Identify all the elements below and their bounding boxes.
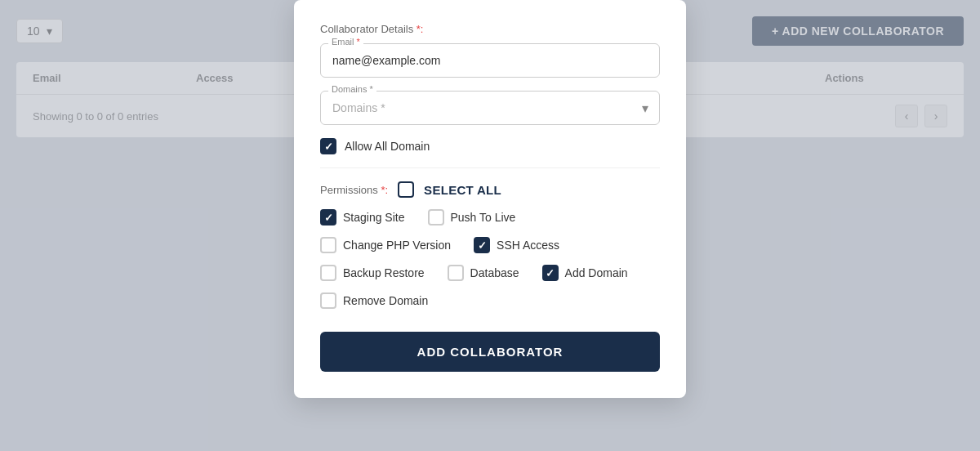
database-label[interactable]: Database: [470, 266, 519, 279]
change-php-label[interactable]: Change PHP Version: [343, 239, 451, 252]
change-php-checkbox[interactable]: [320, 237, 336, 253]
select-all-checkbox[interactable]: [398, 181, 414, 198]
allow-all-domain-label[interactable]: Allow All Domain: [345, 140, 430, 153]
add-domain-checkbox[interactable]: [542, 265, 559, 281]
permissions-row-1: Staging Site Push To Live: [320, 209, 660, 226]
perm-change-php: Change PHP Version: [320, 237, 451, 253]
staging-site-checkbox[interactable]: [320, 209, 336, 226]
permissions-label: Permissions *:: [320, 184, 388, 196]
permissions-header: Permissions *: SELECT ALL: [320, 181, 660, 198]
perm-remove-domain: Remove Domain: [320, 292, 428, 309]
modal-overlay: Collaborator Details *: Email * Domains …: [0, 0, 980, 451]
database-checkbox[interactable]: [448, 265, 464, 281]
domains-select-wrapper: Domains * Domains * ▾: [320, 91, 660, 125]
backup-restore-checkbox[interactable]: [320, 265, 336, 281]
add-collaborator-submit-button[interactable]: ADD COLLABORATOR: [320, 332, 660, 372]
ssh-access-label[interactable]: SSH Access: [497, 239, 559, 252]
perm-database: Database: [448, 265, 519, 281]
staging-site-label[interactable]: Staging Site: [343, 211, 405, 224]
email-input-wrapper: Email *: [320, 43, 660, 78]
push-to-live-checkbox[interactable]: [428, 209, 444, 226]
permissions-row-4: Remove Domain: [320, 292, 660, 309]
permissions-row-2: Change PHP Version SSH Access: [320, 237, 660, 253]
remove-domain-checkbox[interactable]: [320, 292, 336, 309]
permissions-row-3: Backup Restore Database Add Domain: [320, 265, 660, 281]
email-input[interactable]: [320, 43, 660, 78]
perm-staging-site: Staging Site: [320, 209, 405, 226]
required-marker: *:: [416, 23, 424, 35]
permissions-grid: Staging Site Push To Live Change PHP Ver…: [320, 209, 660, 309]
backup-restore-label[interactable]: Backup Restore: [343, 266, 425, 279]
collaborator-details-label: Collaborator Details *:: [320, 23, 660, 35]
allow-all-domain-checkbox[interactable]: [320, 138, 336, 154]
add-domain-label[interactable]: Add Domain: [565, 266, 628, 279]
allow-all-domain-row: Allow All Domain: [320, 138, 660, 154]
email-label: Email *: [328, 37, 363, 47]
domains-label: Domains *: [328, 84, 376, 94]
ssh-access-checkbox[interactable]: [474, 237, 490, 253]
remove-domain-label[interactable]: Remove Domain: [343, 294, 428, 307]
domains-select[interactable]: Domains *: [320, 91, 660, 125]
perm-push-to-live: Push To Live: [428, 209, 516, 226]
perm-add-domain: Add Domain: [542, 265, 628, 281]
push-to-live-label[interactable]: Push To Live: [451, 211, 516, 224]
section-divider: [320, 167, 660, 168]
select-all-label[interactable]: SELECT ALL: [424, 183, 501, 197]
add-collaborator-modal: Collaborator Details *: Email * Domains …: [294, 0, 686, 398]
email-form-group: Email *: [320, 43, 660, 78]
perm-ssh-access: SSH Access: [474, 237, 559, 253]
perm-backup-restore: Backup Restore: [320, 265, 425, 281]
domains-form-group: Domains * Domains * ▾: [320, 91, 660, 125]
